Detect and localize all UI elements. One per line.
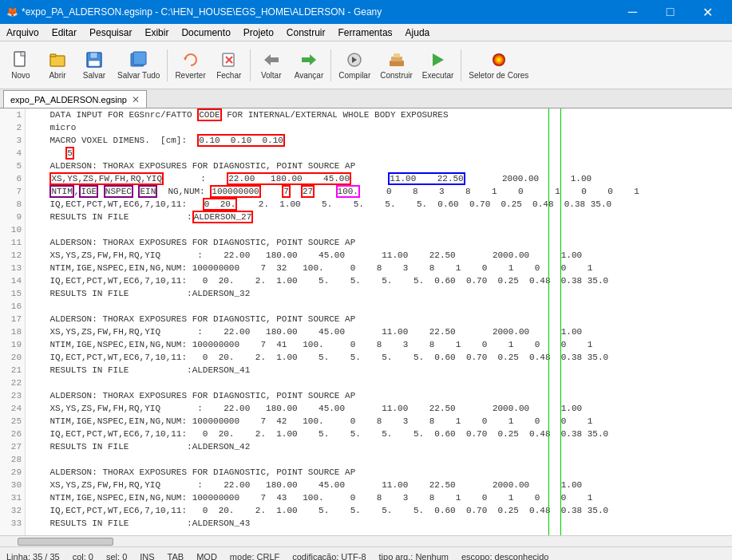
line-num-24: 24 <box>3 402 22 415</box>
toolbar-avancar[interactable]: Avançar <box>291 45 328 86</box>
menu-construir[interactable]: Construir <box>280 24 332 41</box>
line-num-17: 17 <box>3 313 22 325</box>
toolbar-sep-4 <box>461 49 461 81</box>
code-line-10 <box>29 223 729 236</box>
menu-arquivo[interactable]: Arquivo <box>0 24 46 41</box>
toolbar-reverter[interactable]: Reverter <box>171 45 209 86</box>
status-col: col: 0 <box>73 552 93 561</box>
code-line-31: NTIM,IGE,NSPEC,EIN,NG,NUM: 100000000 7 4… <box>29 491 729 504</box>
svg-point-22 <box>493 53 505 66</box>
line-num-5: 5 <box>3 160 22 172</box>
code-line-30: XS,YS,ZS,FW,FH,RQ,YIQ : 22.00 180.00 45.… <box>29 479 729 491</box>
code-line-12: XS,YS,ZS,FW,FH,RQ,YIQ : 22.00 180.00 45.… <box>29 249 729 262</box>
toolbar-abrir[interactable]: Abrir <box>40 45 75 86</box>
line-num-16: 16 <box>3 300 22 313</box>
maximize-button[interactable]: □ <box>652 0 688 24</box>
compilar-label: Compilar <box>338 71 370 80</box>
line-num-29: 29 <box>3 466 22 479</box>
line-num-1: 1 <box>3 108 22 121</box>
fechar-icon <box>220 50 239 69</box>
toolbar-novo[interactable]: Novo <box>3 45 38 86</box>
open-icon <box>48 50 67 69</box>
line-num-32: 32 <box>3 504 22 517</box>
menu-pesquisar[interactable]: Pesquisar <box>83 24 138 41</box>
line-num-30: 30 <box>3 479 22 491</box>
status-tab: TAB <box>168 552 184 561</box>
code-line-20: IQ,ECT,PCT,WT,EC6,7,10,11: 0 20. 2. 1.00… <box>29 351 729 364</box>
line-num-10: 10 <box>3 223 22 236</box>
status-mode: mode: CRLF <box>230 552 279 561</box>
code-line-26: IQ,ECT,PCT,WT,EC6,7,10,11: 0 20. 2. 1.00… <box>29 428 729 440</box>
back-icon <box>262 50 281 69</box>
toolbar-executar[interactable]: Executar <box>418 45 457 86</box>
line-num-14: 14 <box>3 274 22 287</box>
tab-close-button[interactable]: ✕ <box>132 94 140 105</box>
line-num-4: 4 <box>3 147 22 160</box>
status-mod: MOD <box>196 552 217 561</box>
svg-marker-13 <box>264 54 271 65</box>
voltar-label: Voltar <box>261 71 282 80</box>
menu-projeto[interactable]: Projeto <box>237 24 280 41</box>
svg-marker-9 <box>184 57 187 61</box>
code-line-2: micro <box>29 121 729 134</box>
statusbar: Linha: 35 / 35 col: 0 sel: 0 INS TAB MOD… <box>0 546 732 560</box>
salvar-label: Salvar <box>83 71 105 80</box>
svg-rect-16 <box>302 57 310 62</box>
line-num-27: 27 <box>3 440 22 453</box>
status-linha: Linha: 35 / 35 <box>6 552 60 561</box>
titlebar: 🦊 *expo_PA_ALDERSON.egsinp - C:\HEN_HOUS… <box>0 0 732 24</box>
status-escopo: escopo: desconhecido <box>461 552 548 561</box>
svg-marker-15 <box>310 54 316 65</box>
line-num-19: 19 <box>3 338 22 351</box>
code-line-16 <box>29 300 729 313</box>
code-line-29: ALDERSON: THORAX EXPOSURES FOR DIAGNOSTI… <box>29 466 729 479</box>
svg-rect-6 <box>89 61 100 66</box>
line-num-22: 22 <box>3 377 22 389</box>
editor: 1 2 3 4 5 6 7 8 9 10 11 12 13 14 15 16 1… <box>0 108 732 535</box>
code-line-28 <box>29 453 729 466</box>
scrollbar-thumb-h[interactable] <box>18 538 113 546</box>
line-num-28: 28 <box>3 453 22 466</box>
code-area[interactable]: DATA INPUT FOR EGSnrc/FATTO CODE FOR INT… <box>26 108 732 535</box>
svg-rect-8 <box>133 52 146 65</box>
abrir-label: Abrir <box>49 71 65 80</box>
code-line-19: NTIM,IGE,NSPEC,EIN,NG,NUM: 100000000 7 4… <box>29 338 729 351</box>
toolbar-salvar[interactable]: Salvar <box>77 45 112 86</box>
code-line-25: NTIM,IGE,NSPEC,EIN,NG,NUM: 100000000 7 4… <box>29 415 729 428</box>
minimize-button[interactable]: ─ <box>615 0 651 24</box>
menu-documento[interactable]: Documento <box>175 24 236 41</box>
code-line-23: ALDERSON: THORAX EXPOSURES FOR DIAGNOSTI… <box>29 389 729 402</box>
toolbar-salvar-tudo[interactable]: Salvar Tudo <box>113 45 164 86</box>
status-ins: INS <box>140 552 154 561</box>
toolbar-compilar[interactable]: Compilar <box>334 45 374 86</box>
menu-ajuda[interactable]: Ajuda <box>399 24 437 41</box>
seletor-cores-label: Seletor de Cores <box>469 71 528 80</box>
toolbar-fechar[interactable]: Fechar <box>212 45 247 86</box>
toolbar-seletor-cores[interactable]: Seletor de Cores <box>465 45 532 86</box>
code-line-3: MACRO VOXEL DIMENS. [cm]: 0.10 0.10 0.10 <box>29 134 729 147</box>
close-button[interactable]: ✕ <box>690 0 726 24</box>
salvar-tudo-label: Salvar Tudo <box>117 71 160 80</box>
titlebar-controls: ─ □ ✕ <box>615 0 726 24</box>
line-num-21: 21 <box>3 364 22 377</box>
code-line-5: ALDERSON: THORAX EXPOSURES FOR DIAGNOSTI… <box>29 160 729 172</box>
menu-ferramentas[interactable]: Ferramentas <box>332 24 399 41</box>
toolbar-voltar[interactable]: Voltar <box>254 45 289 86</box>
toolbar-construir[interactable]: Construir <box>376 45 417 86</box>
color-picker-icon <box>489 50 508 69</box>
svg-rect-14 <box>271 57 279 62</box>
code-line-33: RESULTS IN FILE :ALDERSON_43 <box>29 517 729 530</box>
line-num-33: 33 <box>3 517 22 530</box>
toolbar-sep-2 <box>250 49 251 81</box>
code-line-4: 5 <box>29 147 729 160</box>
code-line-7: NTIM,IGE NSPEC EIN NG,NUM: 100000000 7 2… <box>29 185 729 198</box>
code-line-21: RESULTS IN FILE :ALDERSON_41 <box>29 364 729 377</box>
horizontal-scrollbar[interactable] <box>0 535 732 546</box>
code-line-14: IQ,ECT,PCT,WT,EC6,7,10,11: 0 20. 2. 1.00… <box>29 274 729 287</box>
menu-editar[interactable]: Editar <box>46 24 83 41</box>
menu-exibir[interactable]: Exibir <box>138 24 175 41</box>
code-line-27: RESULTS IN FILE :ALDERSON_42 <box>29 440 729 453</box>
tab-main[interactable]: expo_PA_ALDERSON.egsinp ✕ <box>3 90 147 108</box>
construir-label: Construir <box>380 71 413 80</box>
app-icon: 🦊 <box>6 6 18 18</box>
